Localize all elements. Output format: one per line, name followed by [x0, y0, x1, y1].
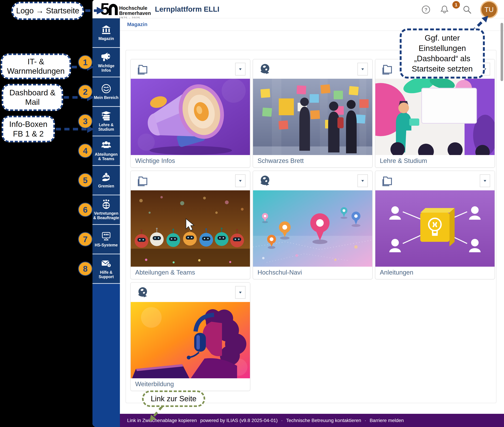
badge-6: 6 — [78, 203, 93, 217]
card-header — [131, 282, 250, 302]
folder-icon — [381, 175, 394, 187]
card-header — [253, 171, 372, 190]
badge-3: 3 — [78, 114, 93, 129]
card-title[interactable]: Anleitungen — [375, 267, 495, 279]
card-actions-dropdown[interactable] — [235, 174, 246, 187]
megaphone-icon — [101, 52, 111, 62]
footer: Link in Zwischenablage kopieren powered … — [120, 414, 504, 427]
footer-separator: · — [364, 418, 366, 423]
card-image-megaphone[interactable] — [131, 79, 250, 155]
card-title[interactable]: Hochschul-Navi — [253, 267, 372, 279]
card-anleitungen: Anleitungen — [375, 171, 495, 279]
callout-logo-startseite: Logo → Startseite — [11, 2, 84, 20]
card-schwarzes-brett: Schwarzes Brett — [253, 59, 372, 168]
card-header — [131, 171, 250, 190]
card-image-map-pins[interactable] — [253, 190, 372, 267]
avatar[interactable]: TU — [481, 2, 497, 17]
chevron-down-icon — [238, 178, 243, 183]
card-image-lightbulb[interactable] — [375, 190, 495, 267]
sidebar-item-mein-bereich[interactable]: Mein Bereich — [93, 77, 120, 107]
people-icon — [101, 140, 111, 151]
footer-separator: · — [281, 418, 283, 423]
badge-5: 5 — [78, 173, 93, 187]
svg-text:?: ? — [108, 264, 110, 267]
smiley-icon — [101, 84, 111, 94]
page-title: Lernplattform ELLI — [155, 5, 219, 13]
card-actions-dropdown[interactable] — [357, 63, 368, 76]
badge-4: 4 — [78, 144, 93, 158]
weblink-icon — [259, 175, 271, 187]
badge-2: 2 — [78, 84, 93, 99]
sidebar-item-hs-systeme[interactable]: *** HS-Systeme — [93, 225, 120, 254]
footer-report-barrier[interactable]: Barriere melden — [370, 418, 404, 423]
logo-text: Hochschule Bremerhaven 1975 - 2025 — [119, 6, 151, 20]
card-image-pinboard[interactable] — [253, 79, 372, 155]
chevron-down-icon — [238, 67, 243, 71]
card-header — [131, 59, 250, 79]
folder-icon — [137, 63, 149, 76]
logo-50-mark: 5 — [100, 2, 118, 16]
main-content: Wichtige Infos — [120, 31, 504, 414]
sidebar-item-wichtige-infos[interactable]: Wichtige Infos — [93, 48, 120, 77]
main-sidebar: Magazin Wichtige Infos Mein Bereich Lehr… — [93, 18, 120, 427]
card-actions-dropdown[interactable] — [357, 174, 368, 187]
sidebar-item-lehre-studium[interactable]: Lehre & Studium — [93, 107, 120, 136]
globe-people-icon — [101, 199, 111, 210]
callout-infoboxen: Info-Boxen FB 1 & 2 — [2, 116, 55, 142]
card-header — [253, 59, 372, 79]
badge-7: 7 — [78, 232, 93, 246]
chevron-down-icon — [360, 178, 365, 183]
scrollbar-thumb[interactable] — [501, 23, 503, 81]
callout-it-warnmeldungen: IT- & Warnmeldungen — [1, 53, 71, 79]
top-bar: 5 Hochschule Bremerhaven 1975 - 2025 Ler… — [93, 0, 504, 18]
badge-8: 8 — [78, 261, 93, 276]
bank-icon — [101, 24, 111, 35]
footer-powered-by: powered by ILIAS (v9.8 2025-04-01) — [200, 418, 278, 423]
search-icon[interactable] — [462, 5, 472, 15]
card-title[interactable]: Wichtige Infos — [131, 155, 250, 168]
notifications-bell-icon[interactable] — [440, 5, 449, 15]
breadcrumb-magazin-link[interactable]: Magazin — [127, 22, 147, 27]
card-actions-dropdown[interactable] — [480, 174, 490, 187]
card-image-presentation[interactable] — [375, 79, 495, 155]
card-title[interactable]: Schwarzes Brett — [253, 155, 372, 168]
help-icon[interactable]: ? — [421, 5, 431, 15]
badge-1: 1 — [78, 55, 93, 69]
card-title[interactable]: Abteilungen & Teams — [131, 267, 250, 279]
card-actions-dropdown[interactable] — [235, 286, 246, 299]
mail-question-icon: ? — [101, 258, 111, 268]
logo-zero-arch-icon — [109, 3, 118, 15]
card-title[interactable]: Lehre & Studium — [375, 155, 495, 168]
education-icon — [101, 111, 111, 121]
card-hochschul-navi: Hochschul-Navi — [253, 171, 372, 279]
callout-link-zur-seite: Link zur Seite — [142, 390, 205, 407]
card-weiterbildung: Weiterbildung — [130, 282, 250, 391]
notification-count-badge: 1 — [452, 1, 460, 8]
card-image-robots[interactable] — [131, 190, 250, 267]
footer-copy-permalink[interactable]: Link in Zwischenablage kopieren — [127, 418, 197, 423]
weblink-icon — [259, 63, 271, 76]
card-actions-dropdown[interactable] — [235, 63, 246, 76]
monitor-icon: *** — [101, 231, 111, 241]
card-title[interactable]: Weiterbildung — [131, 378, 250, 391]
footer-contact-support[interactable]: Technische Betreuung kontaktieren — [286, 418, 361, 423]
card-image-headphones-person[interactable] — [131, 302, 250, 378]
committee-icon — [101, 172, 111, 182]
sidebar-item-abteilungen-teams[interactable]: Abteilungen & Teams — [93, 136, 120, 166]
card-header — [375, 171, 495, 190]
card-wichtige-infos: Wichtige Infos — [130, 59, 250, 168]
sidebar-item-gremien[interactable]: Gremien — [93, 166, 120, 195]
callout-dashboard-mail: Dashboard & Mail — [2, 84, 63, 111]
chevron-down-icon — [483, 178, 487, 183]
annotated-screenshot: 5 Hochschule Bremerhaven 1975 - 2025 Ler… — [0, 0, 504, 427]
weblink-icon — [137, 286, 149, 299]
logo-five: 5 — [100, 2, 109, 16]
svg-text:***: *** — [104, 233, 109, 238]
sidebar-item-vertretungen-beauftragte[interactable]: Vertretungen & Beauftragte — [93, 195, 120, 225]
chevron-down-icon — [238, 290, 243, 295]
sidebar-item-hilfe-support[interactable]: ? Hilfe & Support — [93, 254, 120, 284]
svg-text:?: ? — [424, 7, 427, 12]
folder-icon — [381, 63, 394, 76]
sidebar-item-magazin[interactable]: Magazin — [93, 18, 120, 48]
hochschule-bremerhaven-logo[interactable]: 5 Hochschule Bremerhaven 1975 - 2025 — [100, 2, 151, 20]
